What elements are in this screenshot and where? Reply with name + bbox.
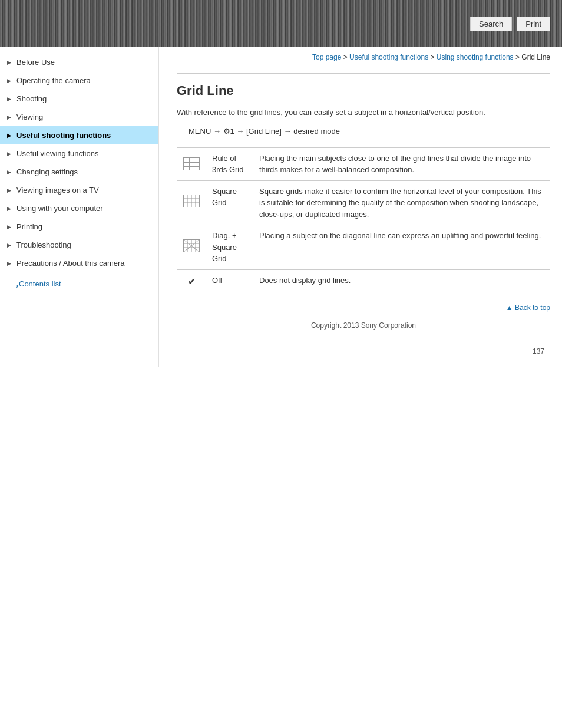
- desc-cell-0: Placing the main subjects close to one o…: [253, 147, 550, 180]
- breadcrumb-useful-shooting[interactable]: Useful shooting functions: [349, 53, 428, 61]
- breadcrumb-sep3: >: [515, 53, 521, 61]
- sidebar-item-11[interactable]: ▶Precautions / About this camera: [0, 254, 158, 272]
- desc-cell-3: Does not display grid lines.: [253, 269, 550, 294]
- sidebar-item-2[interactable]: ▶Shooting: [0, 90, 158, 108]
- sidebar-item-3[interactable]: ▶Viewing: [0, 108, 158, 126]
- sidebar-item-4[interactable]: ▶Useful shooting functions: [0, 126, 158, 144]
- icon-cell-2: [177, 225, 206, 270]
- name-cell-2: Diag. + Square Grid: [206, 225, 253, 270]
- name-cell-3: Off: [206, 269, 253, 294]
- sidebar-item-label-2: Shooting: [16, 94, 47, 103]
- sidebar-arrow-4: ▶: [7, 133, 13, 139]
- desc-cell-1: Square grids make it easier to confirm t…: [253, 180, 550, 225]
- sidebar-item-8[interactable]: ▶Using with your computer: [0, 199, 158, 218]
- sidebar-item-label-0: Before Use: [16, 58, 55, 67]
- breadcrumb-top-page[interactable]: Top page: [312, 53, 341, 61]
- sidebar-item-label-7: Viewing images on a TV: [16, 186, 99, 195]
- name-cell-0: Rule of 3rds Grid: [206, 147, 253, 180]
- sidebar-item-0[interactable]: ▶Before Use: [0, 53, 158, 71]
- sidebar-item-label-3: Viewing: [16, 113, 43, 121]
- search-button[interactable]: Search: [470, 17, 512, 31]
- sidebar-arrow-3: ▶: [7, 114, 13, 120]
- sidebar-arrow-5: ▶: [7, 151, 13, 157]
- sidebar-item-label-5: Useful viewing functions: [16, 149, 98, 158]
- description: With reference to the grid lines, you ca…: [177, 107, 550, 118]
- sidebar-arrow-11: ▶: [7, 261, 13, 266]
- sidebar: ▶Before Use▶Operating the camera▶Shootin…: [0, 47, 159, 367]
- breadcrumb-using-shooting[interactable]: Using shooting functions: [437, 53, 514, 61]
- sidebar-item-5[interactable]: ▶Useful viewing functions: [0, 144, 158, 163]
- sidebar-item-label-9: Printing: [16, 222, 42, 231]
- breadcrumb-sep1: >: [343, 53, 349, 61]
- sidebar-arrow-0: ▶: [7, 60, 13, 65]
- sidebar-item-label-1: Operating the camera: [16, 76, 91, 85]
- sidebar-item-label-4: Useful shooting functions: [16, 131, 111, 140]
- table-row-1: Square GridSquare grids make it easier t…: [177, 180, 550, 225]
- icon-cell-3: ✔: [177, 269, 206, 294]
- contents-list-label: Contents list: [19, 279, 61, 288]
- print-button[interactable]: Print: [517, 17, 550, 31]
- sidebar-arrow-1: ▶: [7, 78, 13, 84]
- sidebar-item-6[interactable]: ▶Changing settings: [0, 163, 158, 181]
- sidebar-arrow-9: ▶: [7, 224, 13, 230]
- main-layout: ▶Before Use▶Operating the camera▶Shootin…: [0, 47, 562, 367]
- desc-cell-2: Placing a subject on the diagonal line c…: [253, 225, 550, 270]
- breadcrumb-current: Grid Line: [521, 53, 550, 61]
- sidebar-item-1[interactable]: ▶Operating the camera: [0, 71, 158, 90]
- breadcrumb-sep2: >: [431, 53, 437, 61]
- sidebar-item-label-10: Troubleshooting: [16, 241, 71, 249]
- page-title: Grid Line: [177, 83, 550, 98]
- menu-path: MENU → ⚙1 → [Grid Line] → desired mode: [177, 124, 550, 138]
- page-title-section: Grid Line: [177, 73, 550, 98]
- content-area: Top page > Useful shooting functions > U…: [159, 47, 562, 367]
- grid-table: Rule of 3rds GridPlacing the main subjec…: [177, 147, 550, 294]
- sidebar-item-7[interactable]: ▶Viewing images on a TV: [0, 181, 158, 199]
- table-row-2: Diag. + Square GridPlacing a subject on …: [177, 225, 550, 270]
- sidebar-arrow-8: ▶: [7, 206, 13, 212]
- table-row-0: Rule of 3rds GridPlacing the main subjec…: [177, 147, 550, 180]
- sidebar-item-10[interactable]: ▶Troubleshooting: [0, 236, 158, 254]
- checkmark-icon: ✔: [188, 276, 196, 286]
- sidebar-arrow-2: ▶: [7, 96, 13, 102]
- header-bar: Search Print: [0, 0, 562, 47]
- footer: Copyright 2013 Sony Corporation: [177, 321, 550, 330]
- arrow-icon: [7, 281, 16, 287]
- sidebar-item-label-8: Using with your computer: [16, 204, 103, 213]
- icon-cell-1: [177, 180, 206, 225]
- sidebar-arrow-10: ▶: [7, 242, 13, 248]
- icon-cell-0: [177, 147, 206, 180]
- sidebar-arrow-7: ▶: [7, 187, 13, 193]
- sidebar-arrow-6: ▶: [7, 169, 13, 175]
- breadcrumb: Top page > Useful shooting functions > U…: [177, 53, 550, 66]
- sidebar-item-label-11: Precautions / About this camera: [16, 259, 125, 268]
- contents-list-link[interactable]: Contents list: [0, 275, 158, 293]
- back-to-top[interactable]: ▲ Back to top: [177, 304, 550, 312]
- page-number: 137: [177, 347, 550, 355]
- sidebar-item-label-6: Changing settings: [16, 167, 78, 176]
- sidebar-item-9[interactable]: ▶Printing: [0, 218, 158, 236]
- table-row-3: ✔OffDoes not display grid lines.: [177, 269, 550, 294]
- name-cell-1: Square Grid: [206, 180, 253, 225]
